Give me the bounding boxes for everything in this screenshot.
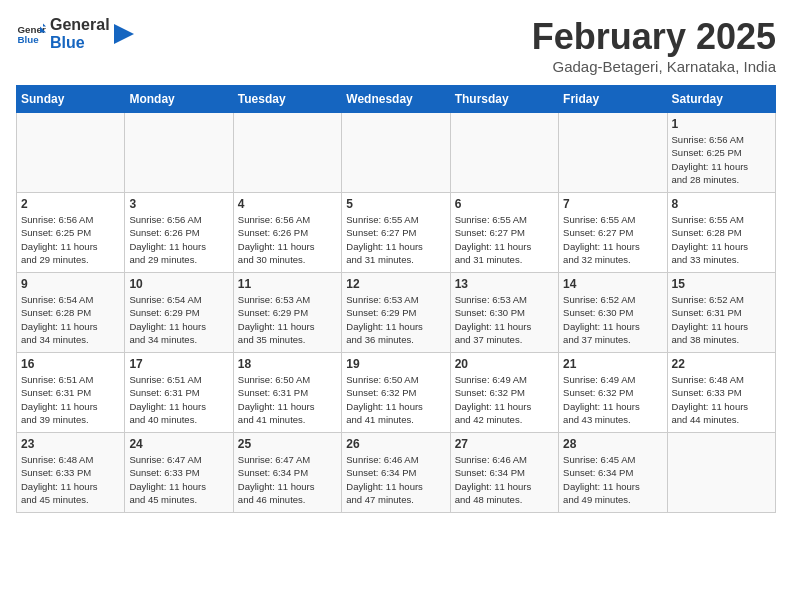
calendar-day-cell: 10Sunrise: 6:54 AM Sunset: 6:29 PM Dayli… (125, 273, 233, 353)
day-number: 12 (346, 277, 445, 291)
calendar-day-cell: 26Sunrise: 6:46 AM Sunset: 6:34 PM Dayli… (342, 433, 450, 513)
calendar-day-header: Wednesday (342, 86, 450, 113)
day-info: Sunrise: 6:54 AM Sunset: 6:28 PM Dayligh… (21, 293, 120, 346)
day-number: 13 (455, 277, 554, 291)
day-info: Sunrise: 6:52 AM Sunset: 6:30 PM Dayligh… (563, 293, 662, 346)
day-number: 16 (21, 357, 120, 371)
logo-icon: General Blue (16, 19, 46, 49)
calendar-week-row: 1Sunrise: 6:56 AM Sunset: 6:25 PM Daylig… (17, 113, 776, 193)
calendar-day-cell: 19Sunrise: 6:50 AM Sunset: 6:32 PM Dayli… (342, 353, 450, 433)
svg-text:Blue: Blue (18, 34, 40, 45)
day-info: Sunrise: 6:46 AM Sunset: 6:34 PM Dayligh… (455, 453, 554, 506)
day-number: 24 (129, 437, 228, 451)
calendar-body: 1Sunrise: 6:56 AM Sunset: 6:25 PM Daylig… (17, 113, 776, 513)
day-number: 21 (563, 357, 662, 371)
calendar-day-cell: 27Sunrise: 6:46 AM Sunset: 6:34 PM Dayli… (450, 433, 558, 513)
calendar-day-cell: 4Sunrise: 6:56 AM Sunset: 6:26 PM Daylig… (233, 193, 341, 273)
calendar-day-cell (667, 433, 775, 513)
calendar-day-cell: 12Sunrise: 6:53 AM Sunset: 6:29 PM Dayli… (342, 273, 450, 353)
day-number: 10 (129, 277, 228, 291)
day-number: 5 (346, 197, 445, 211)
day-info: Sunrise: 6:56 AM Sunset: 6:26 PM Dayligh… (129, 213, 228, 266)
calendar-day-cell: 8Sunrise: 6:55 AM Sunset: 6:28 PM Daylig… (667, 193, 775, 273)
calendar-day-cell: 22Sunrise: 6:48 AM Sunset: 6:33 PM Dayli… (667, 353, 775, 433)
calendar-day-cell: 2Sunrise: 6:56 AM Sunset: 6:25 PM Daylig… (17, 193, 125, 273)
day-number: 7 (563, 197, 662, 211)
logo: General Blue General Blue (16, 16, 134, 51)
day-number: 17 (129, 357, 228, 371)
calendar-table: SundayMondayTuesdayWednesdayThursdayFrid… (16, 85, 776, 513)
day-info: Sunrise: 6:48 AM Sunset: 6:33 PM Dayligh… (21, 453, 120, 506)
day-number: 26 (346, 437, 445, 451)
calendar-day-cell (559, 113, 667, 193)
day-info: Sunrise: 6:53 AM Sunset: 6:29 PM Dayligh… (346, 293, 445, 346)
logo-arrow-icon (114, 19, 134, 49)
day-number: 6 (455, 197, 554, 211)
day-info: Sunrise: 6:55 AM Sunset: 6:27 PM Dayligh… (346, 213, 445, 266)
calendar-day-header: Monday (125, 86, 233, 113)
calendar-day-cell: 17Sunrise: 6:51 AM Sunset: 6:31 PM Dayli… (125, 353, 233, 433)
calendar-day-cell: 15Sunrise: 6:52 AM Sunset: 6:31 PM Dayli… (667, 273, 775, 353)
calendar-day-cell: 5Sunrise: 6:55 AM Sunset: 6:27 PM Daylig… (342, 193, 450, 273)
day-info: Sunrise: 6:51 AM Sunset: 6:31 PM Dayligh… (21, 373, 120, 426)
day-number: 15 (672, 277, 771, 291)
calendar-week-row: 2Sunrise: 6:56 AM Sunset: 6:25 PM Daylig… (17, 193, 776, 273)
calendar-day-cell (17, 113, 125, 193)
calendar-day-cell: 13Sunrise: 6:53 AM Sunset: 6:30 PM Dayli… (450, 273, 558, 353)
day-number: 22 (672, 357, 771, 371)
title-block: February 2025 Gadag-Betageri, Karnataka,… (532, 16, 776, 75)
calendar-day-cell (125, 113, 233, 193)
calendar-week-row: 23Sunrise: 6:48 AM Sunset: 6:33 PM Dayli… (17, 433, 776, 513)
day-info: Sunrise: 6:52 AM Sunset: 6:31 PM Dayligh… (672, 293, 771, 346)
day-number: 20 (455, 357, 554, 371)
calendar-day-header: Sunday (17, 86, 125, 113)
calendar-day-cell: 3Sunrise: 6:56 AM Sunset: 6:26 PM Daylig… (125, 193, 233, 273)
calendar-day-cell: 6Sunrise: 6:55 AM Sunset: 6:27 PM Daylig… (450, 193, 558, 273)
svg-marker-4 (114, 24, 134, 44)
day-info: Sunrise: 6:49 AM Sunset: 6:32 PM Dayligh… (563, 373, 662, 426)
day-number: 4 (238, 197, 337, 211)
day-number: 11 (238, 277, 337, 291)
day-number: 27 (455, 437, 554, 451)
calendar-day-cell: 18Sunrise: 6:50 AM Sunset: 6:31 PM Dayli… (233, 353, 341, 433)
day-info: Sunrise: 6:55 AM Sunset: 6:27 PM Dayligh… (563, 213, 662, 266)
day-info: Sunrise: 6:50 AM Sunset: 6:31 PM Dayligh… (238, 373, 337, 426)
day-number: 9 (21, 277, 120, 291)
day-number: 19 (346, 357, 445, 371)
day-info: Sunrise: 6:49 AM Sunset: 6:32 PM Dayligh… (455, 373, 554, 426)
calendar-day-cell: 21Sunrise: 6:49 AM Sunset: 6:32 PM Dayli… (559, 353, 667, 433)
calendar-day-cell: 25Sunrise: 6:47 AM Sunset: 6:34 PM Dayli… (233, 433, 341, 513)
calendar-day-header: Thursday (450, 86, 558, 113)
location-subtitle: Gadag-Betageri, Karnataka, India (532, 58, 776, 75)
calendar-day-cell: 1Sunrise: 6:56 AM Sunset: 6:25 PM Daylig… (667, 113, 775, 193)
calendar-day-header: Saturday (667, 86, 775, 113)
calendar-day-header: Tuesday (233, 86, 341, 113)
day-number: 18 (238, 357, 337, 371)
calendar-day-cell: 11Sunrise: 6:53 AM Sunset: 6:29 PM Dayli… (233, 273, 341, 353)
calendar-week-row: 9Sunrise: 6:54 AM Sunset: 6:28 PM Daylig… (17, 273, 776, 353)
calendar-day-cell: 9Sunrise: 6:54 AM Sunset: 6:28 PM Daylig… (17, 273, 125, 353)
day-number: 25 (238, 437, 337, 451)
day-number: 8 (672, 197, 771, 211)
day-info: Sunrise: 6:45 AM Sunset: 6:34 PM Dayligh… (563, 453, 662, 506)
day-info: Sunrise: 6:50 AM Sunset: 6:32 PM Dayligh… (346, 373, 445, 426)
calendar-header-row: SundayMondayTuesdayWednesdayThursdayFrid… (17, 86, 776, 113)
day-info: Sunrise: 6:47 AM Sunset: 6:33 PM Dayligh… (129, 453, 228, 506)
page-header: General Blue General Blue February 2025 … (16, 16, 776, 75)
calendar-day-cell: 7Sunrise: 6:55 AM Sunset: 6:27 PM Daylig… (559, 193, 667, 273)
month-title: February 2025 (532, 16, 776, 58)
day-number: 14 (563, 277, 662, 291)
day-info: Sunrise: 6:56 AM Sunset: 6:26 PM Dayligh… (238, 213, 337, 266)
logo-general-text: General (50, 16, 110, 34)
calendar-week-row: 16Sunrise: 6:51 AM Sunset: 6:31 PM Dayli… (17, 353, 776, 433)
day-info: Sunrise: 6:56 AM Sunset: 6:25 PM Dayligh… (672, 133, 771, 186)
calendar-day-cell (342, 113, 450, 193)
day-info: Sunrise: 6:53 AM Sunset: 6:30 PM Dayligh… (455, 293, 554, 346)
day-info: Sunrise: 6:54 AM Sunset: 6:29 PM Dayligh… (129, 293, 228, 346)
calendar-day-cell: 20Sunrise: 6:49 AM Sunset: 6:32 PM Dayli… (450, 353, 558, 433)
calendar-day-cell: 16Sunrise: 6:51 AM Sunset: 6:31 PM Dayli… (17, 353, 125, 433)
day-info: Sunrise: 6:51 AM Sunset: 6:31 PM Dayligh… (129, 373, 228, 426)
day-number: 28 (563, 437, 662, 451)
day-info: Sunrise: 6:53 AM Sunset: 6:29 PM Dayligh… (238, 293, 337, 346)
calendar-day-cell: 14Sunrise: 6:52 AM Sunset: 6:30 PM Dayli… (559, 273, 667, 353)
